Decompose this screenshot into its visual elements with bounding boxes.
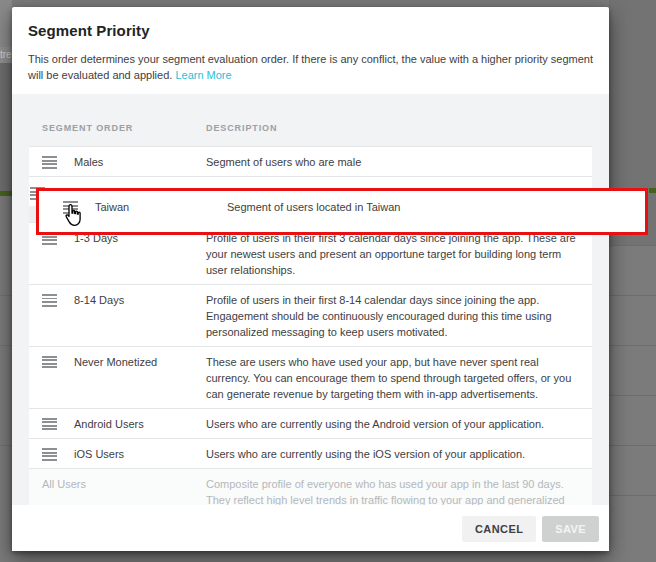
- drag-handle-icon[interactable]: [42, 294, 57, 307]
- table-row-never-monetized: Never Monetized These are users who have…: [29, 346, 592, 408]
- background-row-divider: [609, 245, 656, 246]
- column-header-description: DESCRIPTION: [206, 123, 578, 133]
- save-button[interactable]: SAVE: [542, 516, 599, 542]
- segment-table-panel: SEGMENT ORDER DESCRIPTION Males Segment …: [12, 94, 609, 505]
- dialog-description: This order determines your segment evalu…: [28, 51, 593, 83]
- background-row-divider: [0, 445, 12, 446]
- hand-cursor-icon: [62, 203, 85, 228]
- background-fragment-left-top: [0, 0, 12, 47]
- table-row-all-users: All Users Composite profile of everyone …: [29, 468, 592, 505]
- segment-description: Users who are currently using the iOS ve…: [206, 446, 578, 462]
- background-green-line-left: [0, 191, 12, 196]
- segment-description: Segment of users who are male: [206, 154, 578, 170]
- segment-name: iOS Users: [74, 446, 206, 462]
- background-row-divider: [609, 445, 656, 446]
- table-header-row: SEGMENT ORDER DESCRIPTION: [29, 110, 592, 146]
- drag-ghost-row-taiwan[interactable]: Taiwan Segment of users located in Taiwa…: [36, 188, 648, 235]
- segment-description: Segment of users located in Taiwan: [227, 199, 645, 232]
- background-row-divider: [609, 495, 656, 496]
- segment-name: 8-14 Days: [74, 292, 206, 340]
- drag-handle-icon[interactable]: [42, 356, 57, 369]
- drag-handle-icon[interactable]: [42, 448, 57, 461]
- background-clipped-text: tre: [0, 47, 12, 63]
- table-row-males: Males Segment of users who are male: [29, 146, 592, 176]
- segment-description: These are users who have used your app, …: [206, 354, 578, 402]
- background-fragment-left-dark: [0, 63, 12, 191]
- dialog-header: Segment Priority This order determines y…: [12, 7, 609, 94]
- segment-name: All Users: [42, 476, 206, 505]
- segment-priority-table: SEGMENT ORDER DESCRIPTION Males Segment …: [29, 110, 592, 505]
- segment-description: Composite profile of everyone who has us…: [206, 476, 578, 505]
- background-row-divider: [0, 345, 12, 346]
- segment-description: Profile of users in their first 3 calend…: [206, 230, 578, 278]
- column-header-segment-order: SEGMENT ORDER: [42, 123, 206, 133]
- background-row-divider: [609, 295, 656, 296]
- dialog-title: Segment Priority: [28, 22, 593, 39]
- learn-more-link[interactable]: Learn More: [175, 69, 231, 81]
- background-row-divider: [609, 345, 656, 346]
- drag-handle-icon[interactable]: [42, 156, 57, 169]
- table-row-ios-users: iOS Users Users who are currently using …: [29, 438, 592, 468]
- drag-handle-icon[interactable]: [42, 418, 57, 431]
- background-green-line-right: [649, 188, 656, 193]
- table-row-android-users: Android Users Users who are currently us…: [29, 408, 592, 438]
- segment-name: Males: [74, 154, 206, 170]
- table-row-8-14-days: 8-14 Days Profile of users in their firs…: [29, 284, 592, 346]
- cancel-button[interactable]: CANCEL: [462, 516, 536, 542]
- page-background: tre Segment Priority This order determin…: [0, 0, 656, 562]
- background-row-divider: [609, 395, 656, 396]
- dialog-description-text: This order determines your segment evalu…: [28, 53, 593, 81]
- segment-priority-dialog: Segment Priority This order determines y…: [12, 7, 609, 551]
- segment-description: Users who are currently using the Androi…: [206, 416, 578, 432]
- dialog-footer: CANCEL SAVE: [12, 505, 609, 551]
- segment-name: Never Monetized: [74, 354, 206, 402]
- segment-name: 1-3 Days: [74, 230, 206, 278]
- segment-name: Taiwan: [95, 199, 227, 232]
- segment-description: Profile of users in their first 8-14 cal…: [206, 292, 578, 340]
- segment-name: Android Users: [74, 416, 206, 432]
- background-row-divider: [0, 295, 12, 296]
